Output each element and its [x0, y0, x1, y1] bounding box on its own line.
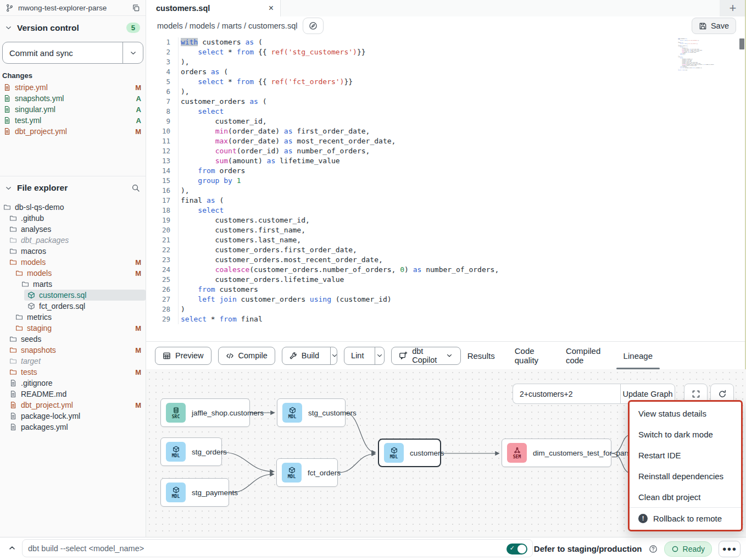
change-file-name: stripe.yml	[15, 83, 131, 92]
src-badge: SRC	[166, 403, 186, 423]
change-status: A	[136, 95, 141, 103]
tree-item-marts[interactable]: marts	[0, 279, 146, 290]
tree-item-tests[interactable]: testsM	[0, 367, 146, 378]
tree-item-label: marts	[33, 280, 141, 289]
menu-item-reinstall-dependencies[interactable]: Reinstall dependencies	[630, 465, 741, 486]
tree-item-snapshots[interactable]: snapshotsM	[0, 345, 146, 356]
tree-item-readme-md[interactable]: README.md	[0, 389, 146, 400]
tree-item--gitignore[interactable]: .gitignore	[0, 378, 146, 389]
lineage-node-fct_orders[interactable]: MDLfct_orders	[276, 458, 338, 487]
help-icon[interactable]	[649, 545, 658, 553]
ide-options-menu: View status detailsSwitch to dark modeRe…	[628, 400, 743, 531]
close-tab-icon[interactable]: ×	[269, 4, 274, 13]
cube-icon	[27, 291, 35, 299]
tree-item-db-sl-qs-demo[interactable]: db-sl-qs-demo	[0, 202, 146, 213]
branch-name: mwong-test-explorer-parse	[18, 4, 127, 12]
menu-item-clean-dbt-project[interactable]: Clean dbt project	[630, 486, 741, 507]
lint-options-chevron[interactable]	[375, 347, 384, 364]
code-line: 8 select	[146, 107, 746, 117]
change-row[interactable]: stripe.ymlM	[0, 82, 146, 93]
lineage-node-stg_customers[interactable]: MDLstg_customers	[277, 398, 346, 427]
tree-item-macros[interactable]: macros	[0, 246, 146, 257]
lineage-node-stg_payments[interactable]: MDLstg_payments	[160, 478, 229, 507]
file-explorer-header[interactable]: File explorer	[0, 176, 146, 197]
change-status: M	[135, 84, 141, 92]
code-editor[interactable]: 1with customers as (2 select * from {{ r…	[146, 35, 746, 341]
tree-item-customers-sql[interactable]: customers.sql	[24, 290, 146, 301]
lint-button[interactable]: Lint	[344, 347, 370, 364]
build-options-chevron[interactable]	[330, 347, 337, 364]
code-line: 18 select	[146, 206, 746, 215]
menu-item-rollback-to-remote[interactable]: !Rollback to remote	[630, 507, 741, 529]
lineage-selector-input[interactable]	[513, 384, 620, 404]
lineage-node-stg_orders[interactable]: MDLstg_orders	[160, 437, 222, 466]
change-status: M	[135, 127, 141, 136]
lineage-node-customers[interactable]: MDLcustomers	[378, 439, 441, 467]
dbt-ide-app: mwong-test-explorer-parse Version contro…	[0, 0, 746, 560]
tab-title: customers.sql	[156, 4, 263, 13]
tree-item-metrics[interactable]: metrics	[0, 312, 146, 323]
change-row[interactable]: dbt_project.ymlM	[0, 126, 146, 137]
search-icon[interactable]	[131, 184, 140, 192]
menu-item-restart-ide[interactable]: Restart IDE	[630, 445, 741, 465]
code-line: 26 from customers	[146, 285, 746, 295]
tree-item-status: M	[135, 269, 141, 278]
file-icon	[3, 106, 11, 113]
code-line: 9 customer_id,	[146, 117, 746, 126]
code-line: 3),	[146, 57, 746, 67]
tree-item-seeds[interactable]: seeds	[0, 334, 146, 345]
commit-and-sync-label[interactable]: Commit and sync	[3, 42, 123, 63]
minimap[interactable]: with customers as ( select * from {{ ref…	[678, 38, 732, 73]
folder-icon	[3, 203, 11, 211]
copy-branch-icon[interactable]	[132, 4, 140, 12]
tree-item-models[interactable]: modelsM	[0, 257, 146, 268]
save-button[interactable]: Save	[692, 18, 736, 34]
tab-compiled-code[interactable]: Compiled code	[566, 342, 604, 369]
defer-toggle[interactable]: ✓	[506, 544, 527, 555]
version-control-header[interactable]: Version control 5	[0, 16, 146, 37]
tree-item-label: db-sl-qs-demo	[15, 203, 141, 212]
open-in-explorer-button[interactable]	[303, 18, 324, 34]
copilot-chat-icon	[399, 351, 408, 360]
commit-options-chevron[interactable]	[123, 42, 143, 63]
editor-tab-bar: customers.sql × +	[146, 0, 746, 16]
tree-item-staging[interactable]: stagingM	[0, 323, 146, 334]
folder-icon	[9, 357, 17, 365]
tree-item-label: tests	[21, 368, 131, 376]
tree-item-label: snapshots	[21, 346, 131, 354]
more-options-button[interactable]: ●●●	[719, 541, 741, 557]
editor-scrollbar[interactable]	[739, 38, 744, 49]
lineage-node-jaffle[interactable]: SRCjaffle_shop.customers	[160, 398, 250, 427]
tree-item-analyses[interactable]: analyses	[0, 224, 146, 235]
menu-item-switch-to-dark-mode[interactable]: Switch to dark mode	[630, 424, 741, 445]
tree-item-models[interactable]: modelsM	[0, 268, 146, 279]
tree-item-dbt-packages[interactable]: dbt_packages	[0, 235, 146, 246]
tree-item-fct-orders-sql[interactable]: fct_orders.sql	[0, 301, 146, 312]
expand-command-bar-chevron[interactable]	[8, 544, 16, 552]
change-row[interactable]: singular.ymlA	[0, 104, 146, 115]
dbt-copilot-button[interactable]: dbt Copilot	[391, 347, 461, 365]
change-row[interactable]: snapshots.ymlA	[0, 93, 146, 104]
tree-item-dbt-project-yml[interactable]: dbt_project.ymlM	[0, 400, 146, 411]
compile-button[interactable]: Compile	[218, 347, 275, 365]
copilot-chevron-icon	[446, 352, 453, 359]
tree-item--github[interactable]: .github	[0, 213, 146, 224]
command-input[interactable]: dbt build --select <model_name>	[22, 539, 533, 557]
code-icon	[226, 352, 234, 360]
ready-status-badge: Ready	[664, 541, 712, 557]
tree-item-packages-yml[interactable]: packages.yml	[0, 422, 146, 433]
result-tabs: ResultsCode qualityCompiled codeLineage	[467, 342, 653, 369]
change-row[interactable]: test.ymlA	[0, 115, 146, 126]
tab-customers-sql[interactable]: customers.sql ×	[146, 0, 281, 16]
build-button[interactable]: Build	[282, 347, 326, 364]
tree-item-status: M	[135, 368, 141, 376]
preview-button[interactable]: Preview	[155, 347, 211, 365]
new-tab-button[interactable]: +	[720, 0, 746, 16]
menu-item-view-status-details[interactable]: View status details	[630, 403, 741, 424]
tab-results[interactable]: Results	[467, 342, 495, 369]
lineage-node-dim[interactable]: SEMdim_customers_test_for_parse	[502, 439, 611, 467]
tree-item-package-lock-yml[interactable]: package-lock.yml	[0, 411, 146, 422]
tree-item-target[interactable]: target	[0, 356, 146, 367]
tab-lineage[interactable]: Lineage	[623, 342, 653, 369]
tab-code-quality[interactable]: Code quality	[515, 342, 546, 369]
